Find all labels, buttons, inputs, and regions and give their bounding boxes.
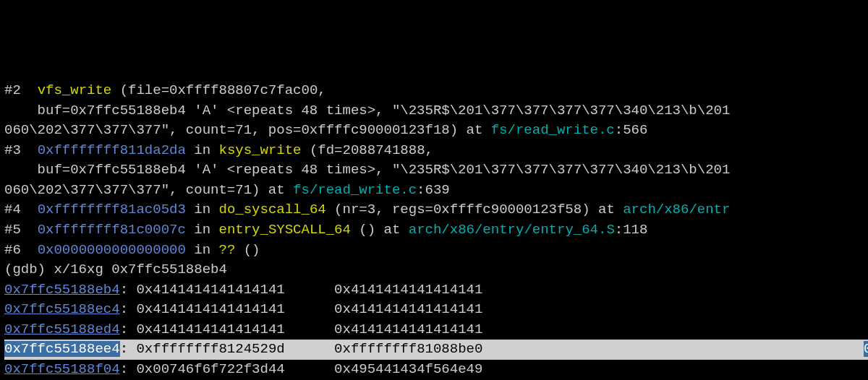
memory-value: 0x4141414141414141 xyxy=(136,282,284,298)
frame-number: #6 xyxy=(4,242,21,258)
stack-frame-cont: 060\202\377\377\377", count=71) at fs/re… xyxy=(4,181,864,201)
frame-params-cont: buf=0x7ffc55188eb4 'A' <repeats 48 times… xyxy=(4,103,730,118)
memory-value: 0x4141414141414141 xyxy=(334,321,482,337)
gdb-command: (gdb) x/16xg 0x7ffc55188eb4 xyxy=(4,262,227,277)
memory-value: 0x4141414141414141 xyxy=(334,282,482,298)
function-name: do_syscall_64 xyxy=(218,202,326,217)
memory-row: 0x7ffc55188ec4: 0x4141414141414141 0x414… xyxy=(4,300,864,320)
memory-address: 0x7ffc55188ec4 xyxy=(4,301,120,317)
source-path: fs/read_write.c xyxy=(491,122,615,138)
memory-row: 0x7ffc55188ef4: 0x00ffffff8230f2ff 0x575… xyxy=(864,340,868,360)
stack-frame-cont: 060\202\377\377\377", count=71, pos=0xff… xyxy=(4,121,864,141)
memory-row: 0x7ffc55188eb4: 0x4141414141414141 0x414… xyxy=(4,280,864,301)
frame-params-cont: buf=0x7ffc55188eb4 'A' <repeats 48 times… xyxy=(4,162,730,178)
memory-address: 0x7ffc55188eb4 xyxy=(4,282,120,298)
frame-number: #3 xyxy=(4,142,21,158)
memory-value: 0xffffffff81088be0 xyxy=(334,341,482,357)
memory-value: 0xffffffff8124529d xyxy=(136,341,284,357)
stack-frame-line: #3 0xffffffff811da2da in ksys_write (fd=… xyxy=(4,141,864,161)
source-path: fs/read_write.c xyxy=(293,182,417,198)
memory-row: 0x7ffc55188f04: 0x00746f6f722f3d44 0x495… xyxy=(4,360,864,380)
memory-address: 0x7ffc55188ee4 xyxy=(4,341,120,357)
line-number: :118 xyxy=(615,222,648,238)
frame-number: #2 xyxy=(4,82,21,98)
memory-address: 0x7ffc55188ef4 xyxy=(864,341,868,357)
function-name: entry_SYSCALL_64 xyxy=(218,222,350,238)
terminal-output[interactable]: #2 vfs_write (file=0xffff88807c7fac00, b… xyxy=(4,81,864,380)
frame-address: 0x0000000000000000 xyxy=(38,242,186,258)
memory-address: 0x7ffc55188f04 xyxy=(4,361,120,377)
frame-number: #5 xyxy=(4,222,21,238)
line-number: :566 xyxy=(615,122,648,138)
frame-params: (fd=2088741888, xyxy=(302,142,433,158)
memory-row: 0x7ffc55188ee4: 0xffffffff8124529d 0xfff… xyxy=(4,340,864,360)
frame-params-cont: 060\202\377\377\377", count=71) at xyxy=(4,182,293,198)
frame-address: 0xffffffff81c0007c xyxy=(38,222,186,238)
frame-params: () at xyxy=(351,222,409,238)
memory-value: 0x4141414141414141 xyxy=(136,321,284,337)
memory-value: 0x495441434f564e49 xyxy=(334,361,482,377)
memory-value: 0x4141414141414141 xyxy=(136,301,284,317)
function-name: ?? xyxy=(218,242,235,258)
function-name: vfs_write xyxy=(38,82,112,98)
source-path: arch/x86/entry/entry_64.S xyxy=(409,222,615,238)
stack-frame-line: #2 vfs_write (file=0xffff88807c7fac00, xyxy=(4,81,864,101)
stack-frame-line: #4 0xffffffff81ac05d3 in do_syscall_64 (… xyxy=(4,200,864,220)
stack-frame-cont: buf=0x7ffc55188eb4 'A' <repeats 48 times… xyxy=(4,101,864,121)
frame-params: (file=0xffff88807c7fac00, xyxy=(111,82,326,98)
memory-row: 0x7ffc55188ed4: 0x4141414141414141 0x414… xyxy=(4,320,864,340)
line-number: :639 xyxy=(417,182,450,198)
frame-params: (nr=3, regs=0xffffc90000123f58) at xyxy=(326,202,623,217)
stack-frame-line: #5 0xffffffff81c0007c in entry_SYSCALL_6… xyxy=(4,220,864,241)
frame-address: 0xffffffff81ac05d3 xyxy=(38,202,186,217)
memory-value: 0x00746f6f722f3d44 xyxy=(136,361,284,377)
memory-value: 0x4141414141414141 xyxy=(334,301,482,317)
gdb-command-line: (gdb) x/16xg 0x7ffc55188eb4 xyxy=(4,260,864,280)
frame-number: #4 xyxy=(4,202,21,217)
stack-frame-cont: buf=0x7ffc55188eb4 'A' <repeats 48 times… xyxy=(4,160,864,181)
memory-address: 0x7ffc55188ed4 xyxy=(4,321,120,337)
source-path: arch/x86/entr xyxy=(623,202,730,217)
function-name: ksys_write xyxy=(218,142,301,158)
frame-params-cont: 060\202\377\377\377", count=71, pos=0xff… xyxy=(4,122,491,138)
frame-params: () xyxy=(235,242,260,258)
frame-address: 0xffffffff811da2da xyxy=(38,142,186,158)
stack-frame-line: #6 0x0000000000000000 in ?? () xyxy=(4,241,864,261)
